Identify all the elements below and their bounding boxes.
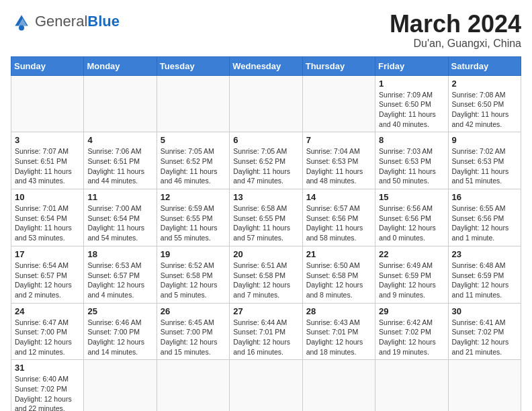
day-info: Sunrise: 6:56 AM Sunset: 6:56 PM Dayligh… xyxy=(379,203,444,243)
calendar-cell: 14Sunrise: 6:57 AM Sunset: 6:56 PM Dayli… xyxy=(302,189,375,246)
day-number: 4 xyxy=(87,135,152,145)
day-number: 12 xyxy=(161,192,226,202)
svg-point-2 xyxy=(19,26,24,31)
calendar-cell: 4Sunrise: 7:06 AM Sunset: 6:51 PM Daylig… xyxy=(84,132,157,189)
calendar-cell: 15Sunrise: 6:56 AM Sunset: 6:56 PM Dayli… xyxy=(375,189,448,246)
calendar-cell xyxy=(157,75,229,132)
day-info: Sunrise: 7:03 AM Sunset: 6:53 PM Dayligh… xyxy=(379,146,444,186)
calendar-header: SundayMondayTuesdayWednesdayThursdayFrid… xyxy=(11,56,521,75)
calendar-cell: 16Sunrise: 6:55 AM Sunset: 6:56 PM Dayli… xyxy=(448,189,521,246)
calendar-cell: 29Sunrise: 6:42 AM Sunset: 7:02 PM Dayli… xyxy=(375,303,448,360)
day-info: Sunrise: 6:48 AM Sunset: 6:59 PM Dayligh… xyxy=(452,261,517,300)
day-info: Sunrise: 6:57 AM Sunset: 6:56 PM Dayligh… xyxy=(306,203,371,243)
day-info: Sunrise: 7:05 AM Sunset: 6:52 PM Dayligh… xyxy=(233,146,298,186)
day-info: Sunrise: 7:00 AM Sunset: 6:54 PM Dayligh… xyxy=(87,203,152,243)
day-number: 20 xyxy=(233,249,298,259)
calendar-cell xyxy=(302,75,375,132)
day-info: Sunrise: 7:09 AM Sunset: 6:50 PM Dayligh… xyxy=(379,90,444,130)
page-header: GeneralBlue March 2024 Du'an, Guangxi, C… xyxy=(11,11,521,50)
day-info: Sunrise: 6:58 AM Sunset: 6:55 PM Dayligh… xyxy=(233,203,298,243)
calendar-cell: 25Sunrise: 6:46 AM Sunset: 7:00 PM Dayli… xyxy=(84,303,157,360)
calendar-cell: 9Sunrise: 7:02 AM Sunset: 6:53 PM Daylig… xyxy=(448,132,521,189)
day-number: 6 xyxy=(233,135,298,145)
day-number: 13 xyxy=(233,192,298,202)
day-number: 22 xyxy=(379,249,444,259)
day-number: 24 xyxy=(15,306,80,316)
day-info: Sunrise: 7:08 AM Sunset: 6:50 PM Dayligh… xyxy=(452,90,517,130)
logo-blue: Blue xyxy=(87,13,120,30)
day-number: 25 xyxy=(87,306,152,316)
calendar-cell: 11Sunrise: 7:00 AM Sunset: 6:54 PM Dayli… xyxy=(84,189,157,246)
week-row-2: 3Sunrise: 7:07 AM Sunset: 6:51 PM Daylig… xyxy=(11,132,521,189)
calendar-cell: 22Sunrise: 6:49 AM Sunset: 6:59 PM Dayli… xyxy=(375,246,448,303)
day-number: 5 xyxy=(161,135,226,145)
calendar-cell: 20Sunrise: 6:51 AM Sunset: 6:58 PM Dayli… xyxy=(230,246,302,303)
day-number: 28 xyxy=(306,306,371,316)
calendar-cell: 13Sunrise: 6:58 AM Sunset: 6:55 PM Dayli… xyxy=(230,189,302,246)
weekday-header-wednesday: Wednesday xyxy=(230,56,302,75)
calendar-cell: 30Sunrise: 6:41 AM Sunset: 7:02 PM Dayli… xyxy=(448,303,521,360)
day-number: 2 xyxy=(452,79,517,89)
day-number: 26 xyxy=(161,306,226,316)
calendar-cell: 28Sunrise: 6:43 AM Sunset: 7:01 PM Dayli… xyxy=(302,303,375,360)
calendar-cell: 27Sunrise: 6:44 AM Sunset: 7:01 PM Dayli… xyxy=(230,303,302,360)
day-info: Sunrise: 6:47 AM Sunset: 7:00 PM Dayligh… xyxy=(15,318,80,357)
week-row-4: 17Sunrise: 6:54 AM Sunset: 6:57 PM Dayli… xyxy=(11,246,521,303)
day-number: 23 xyxy=(452,249,517,259)
day-info: Sunrise: 6:49 AM Sunset: 6:59 PM Dayligh… xyxy=(379,261,444,300)
day-info: Sunrise: 6:55 AM Sunset: 6:56 PM Dayligh… xyxy=(452,203,517,243)
day-number: 21 xyxy=(306,249,371,259)
calendar-cell xyxy=(448,360,521,411)
day-info: Sunrise: 6:43 AM Sunset: 7:01 PM Dayligh… xyxy=(306,318,371,357)
day-info: Sunrise: 6:46 AM Sunset: 7:00 PM Dayligh… xyxy=(87,318,152,357)
calendar-cell xyxy=(230,360,302,411)
calendar-cell: 7Sunrise: 7:04 AM Sunset: 6:53 PM Daylig… xyxy=(302,132,375,189)
calendar-cell xyxy=(375,360,448,411)
day-number: 18 xyxy=(87,249,152,259)
weekday-header-saturday: Saturday xyxy=(448,56,521,75)
month-title: March 2024 xyxy=(390,11,521,38)
week-row-1: 1Sunrise: 7:09 AM Sunset: 6:50 PM Daylig… xyxy=(11,75,521,132)
weekday-header-friday: Friday xyxy=(375,56,448,75)
day-number: 19 xyxy=(161,249,226,259)
week-row-6: 31Sunrise: 6:40 AM Sunset: 7:02 PM Dayli… xyxy=(11,360,521,411)
day-info: Sunrise: 6:54 AM Sunset: 6:57 PM Dayligh… xyxy=(15,261,80,300)
day-number: 7 xyxy=(306,135,371,145)
logo-text: GeneralBlue xyxy=(35,14,120,29)
calendar-body: 1Sunrise: 7:09 AM Sunset: 6:50 PM Daylig… xyxy=(11,75,521,411)
day-number: 31 xyxy=(15,363,80,373)
logo-general: General xyxy=(35,13,87,30)
calendar-cell: 21Sunrise: 6:50 AM Sunset: 6:58 PM Dayli… xyxy=(302,246,375,303)
day-info: Sunrise: 6:50 AM Sunset: 6:58 PM Dayligh… xyxy=(306,261,371,300)
day-info: Sunrise: 6:52 AM Sunset: 6:58 PM Dayligh… xyxy=(161,261,226,300)
logo: GeneralBlue xyxy=(11,11,120,32)
calendar-cell: 12Sunrise: 6:59 AM Sunset: 6:55 PM Dayli… xyxy=(157,189,229,246)
calendar-cell xyxy=(11,75,84,132)
calendar-cell: 1Sunrise: 7:09 AM Sunset: 6:50 PM Daylig… xyxy=(375,75,448,132)
day-info: Sunrise: 6:51 AM Sunset: 6:58 PM Dayligh… xyxy=(233,261,298,300)
calendar-cell xyxy=(157,360,229,411)
day-info: Sunrise: 6:41 AM Sunset: 7:02 PM Dayligh… xyxy=(452,318,517,357)
day-info: Sunrise: 7:04 AM Sunset: 6:53 PM Dayligh… xyxy=(306,146,371,186)
weekday-header-monday: Monday xyxy=(84,56,157,75)
title-section: March 2024 Du'an, Guangxi, China xyxy=(390,11,521,50)
day-info: Sunrise: 6:45 AM Sunset: 7:00 PM Dayligh… xyxy=(161,318,226,357)
weekday-header-tuesday: Tuesday xyxy=(157,56,229,75)
calendar-cell xyxy=(84,360,157,411)
day-info: Sunrise: 7:05 AM Sunset: 6:52 PM Dayligh… xyxy=(161,146,226,186)
calendar-cell: 10Sunrise: 7:01 AM Sunset: 6:54 PM Dayli… xyxy=(11,189,84,246)
day-number: 8 xyxy=(379,135,444,145)
calendar-cell xyxy=(230,75,302,132)
location-title: Du'an, Guangxi, China xyxy=(390,38,521,50)
weekday-row: SundayMondayTuesdayWednesdayThursdayFrid… xyxy=(11,56,521,75)
calendar-cell: 3Sunrise: 7:07 AM Sunset: 6:51 PM Daylig… xyxy=(11,132,84,189)
day-number: 9 xyxy=(452,135,517,145)
day-info: Sunrise: 7:01 AM Sunset: 6:54 PM Dayligh… xyxy=(15,203,80,243)
day-info: Sunrise: 6:40 AM Sunset: 7:02 PM Dayligh… xyxy=(15,374,80,411)
day-number: 3 xyxy=(15,135,80,145)
calendar-cell: 26Sunrise: 6:45 AM Sunset: 7:00 PM Dayli… xyxy=(157,303,229,360)
day-number: 15 xyxy=(379,192,444,202)
day-info: Sunrise: 6:42 AM Sunset: 7:02 PM Dayligh… xyxy=(379,318,444,357)
calendar-cell: 31Sunrise: 6:40 AM Sunset: 7:02 PM Dayli… xyxy=(11,360,84,411)
week-row-3: 10Sunrise: 7:01 AM Sunset: 6:54 PM Dayli… xyxy=(11,189,521,246)
